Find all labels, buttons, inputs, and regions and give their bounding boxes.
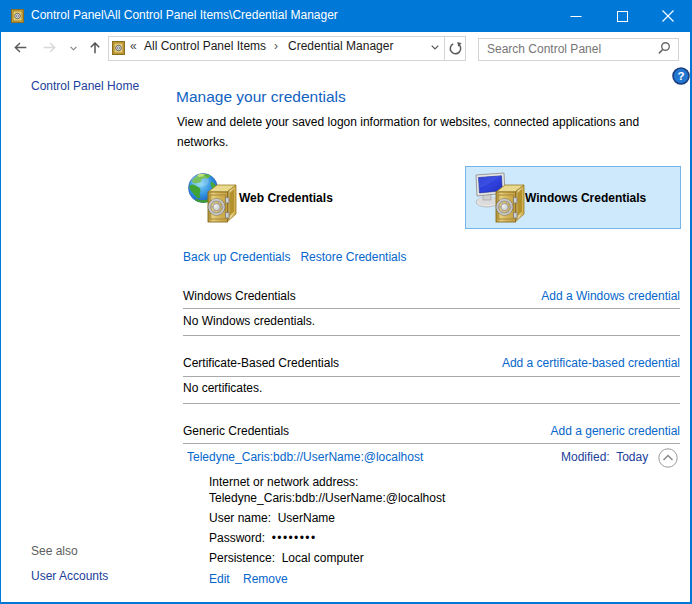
svg-text:?: ?	[677, 70, 684, 82]
